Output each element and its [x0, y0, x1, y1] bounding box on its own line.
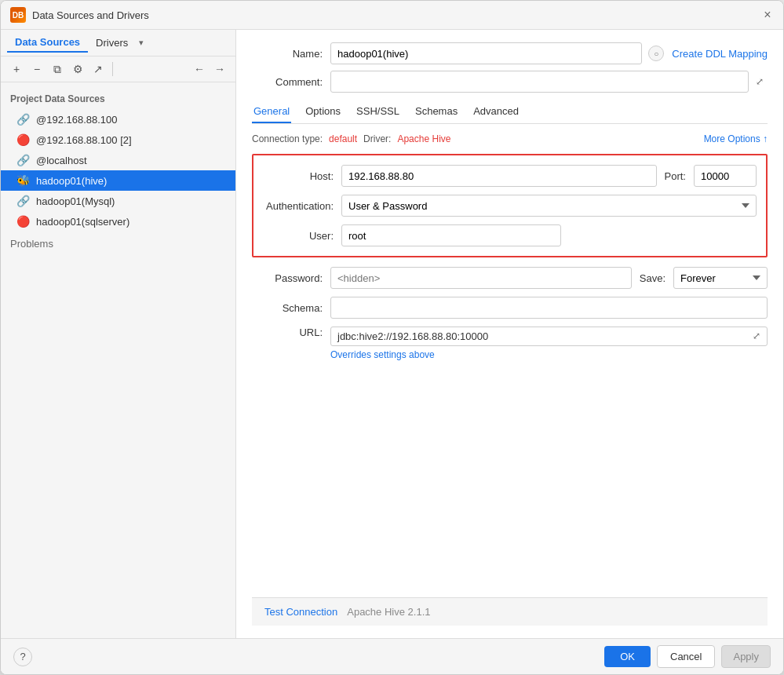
toolbar-nav: ← →: [190, 60, 229, 78]
ok-button[interactable]: OK: [604, 646, 651, 667]
name-label: Name:: [252, 48, 323, 60]
host-label: Host:: [263, 170, 334, 182]
problems-section: Problems: [1, 232, 235, 256]
right-panel: Name: ○ Create DDL Mapping Comment: ⤢ Ge…: [236, 30, 783, 638]
add-datasource-button[interactable]: +: [7, 60, 26, 78]
url-note: Overrides settings above: [330, 349, 768, 360]
app-icon: DB: [10, 7, 26, 23]
export-button[interactable]: ↗: [89, 60, 108, 78]
tab-general[interactable]: General: [252, 100, 291, 123]
dialog-title: Data Sources and Drivers: [32, 9, 761, 21]
driver-version: Apache Hive 2.1.1: [347, 606, 430, 618]
help-button[interactable]: ?: [13, 648, 32, 666]
close-button[interactable]: ×: [761, 9, 774, 21]
port-label: Port:: [665, 170, 686, 182]
test-connection-button[interactable]: Test Connection: [264, 606, 337, 618]
auth-label: Authentication:: [263, 200, 334, 212]
save-select[interactable]: Forever Until restart Never: [673, 267, 768, 289]
user-row: User:: [263, 224, 757, 246]
sidebar-content: Project Data Sources 🔗 @192.168.88.100 🔴…: [1, 82, 235, 638]
sidebar-tab-dropdown-icon[interactable]: ▾: [139, 38, 144, 48]
data-sources-dialog: DB Data Sources and Drivers × Data Sourc…: [0, 0, 784, 675]
db-icon-5: 🔗: [16, 195, 30, 207]
sidebar-item-localhost[interactable]: 🔗 @localhost: [1, 150, 235, 170]
forward-button[interactable]: →: [210, 60, 229, 78]
sidebar-item-label-4: hadoop01(hive): [36, 175, 107, 187]
url-input-wrap: jdbc:hive2://192.168.88.80:10000 ⤢: [330, 327, 768, 346]
user-input[interactable]: [341, 224, 561, 246]
comment-label: Comment:: [252, 76, 323, 88]
password-label: Password:: [252, 272, 323, 284]
remove-datasource-button[interactable]: −: [27, 60, 46, 78]
main-content: Data Sources Drivers ▾ + − ⧉ ⚙ ↗ ← → Pro…: [1, 30, 783, 638]
problems-label: Problems: [10, 238, 53, 250]
sidebar-item-hadoop-sqlserver[interactable]: 🔴 hadoop01(sqlserver): [1, 211, 235, 232]
driver-value: Apache Hive: [397, 133, 450, 144]
tab-data-sources[interactable]: Data Sources: [7, 33, 88, 53]
sidebar-toolbar: + − ⧉ ⚙ ↗ ← →: [1, 57, 235, 82]
password-row: Password: Save: Forever Until restart Ne…: [252, 267, 768, 289]
user-label: User:: [263, 230, 334, 242]
comment-input[interactable]: [330, 71, 749, 93]
back-button[interactable]: ←: [190, 60, 209, 78]
copy-datasource-button[interactable]: ⧉: [48, 60, 67, 78]
save-label: Save:: [640, 272, 665, 284]
db-icon-2: 🔴: [16, 133, 30, 146]
tab-drivers[interactable]: Drivers: [88, 34, 136, 52]
create-ddl-link[interactable]: Create DDL Mapping: [672, 48, 768, 60]
bottom-bar: Test Connection Apache Hive 2.1.1: [252, 597, 768, 626]
name-input[interactable]: [330, 42, 642, 64]
name-input-wrap: ○: [330, 42, 664, 64]
auth-row: Authentication: User & Password No auth …: [263, 195, 757, 217]
dialog-footer: ? OK Cancel Apply: [1, 638, 783, 674]
schema-input[interactable]: [330, 297, 768, 319]
name-row: Name: ○ Create DDL Mapping: [252, 42, 768, 64]
sidebar-item-label-1: @192.168.88.100: [36, 114, 118, 126]
auth-select[interactable]: User & Password No auth Username: [341, 195, 757, 217]
port-input[interactable]: [694, 165, 757, 187]
settings-button[interactable]: ⚙: [68, 60, 87, 78]
conn-type-label: Connection type:: [252, 133, 323, 144]
schema-row: Schema:: [252, 297, 768, 319]
db-icon-3: 🔗: [16, 154, 30, 166]
sidebar-item-label-2: @192.168.88.100 [2]: [36, 134, 132, 146]
db-icon-1: 🔗: [16, 113, 30, 126]
tab-advanced[interactable]: Advanced: [472, 100, 520, 123]
conn-type-value: default: [329, 133, 357, 144]
tabs-bar: General Options SSH/SSL Schemas Advanced: [252, 100, 768, 124]
db-icon-6: 🔴: [16, 215, 30, 228]
cancel-button[interactable]: Cancel: [657, 645, 715, 668]
driver-label: Driver:: [363, 133, 391, 144]
comment-row: Comment: ⤢: [252, 71, 768, 93]
toolbar-separator: [112, 62, 113, 76]
sidebar-item-192-1[interactable]: 🔗 @192.168.88.100: [1, 109, 235, 130]
connection-settings-section: Host: Port: Authentication: User & Passw…: [252, 154, 768, 257]
apply-button[interactable]: Apply: [721, 645, 771, 668]
url-label: URL:: [252, 327, 323, 338]
sidebar-item-hadoop-hive[interactable]: 🐝 hadoop01(hive): [1, 170, 235, 191]
sidebar-item-192-2[interactable]: 🔴 @192.168.88.100 [2]: [1, 130, 235, 150]
schema-label: Schema:: [252, 302, 323, 314]
url-expand-button[interactable]: ⤢: [753, 330, 760, 341]
url-row: URL: jdbc:hive2://192.168.88.80:10000 ⤢: [252, 327, 768, 346]
name-circle-button[interactable]: ○: [648, 46, 664, 61]
project-data-sources-label: Project Data Sources: [1, 89, 235, 109]
conn-info-bar: Connection type: default Driver: Apache …: [252, 133, 768, 144]
url-value: jdbc:hive2://192.168.88.80:10000: [337, 330, 749, 342]
password-input[interactable]: [330, 267, 632, 289]
sidebar: Data Sources Drivers ▾ + − ⧉ ⚙ ↗ ← → Pro…: [1, 30, 236, 638]
db-icon-4: 🐝: [16, 174, 30, 187]
comment-expand-button[interactable]: ⤢: [752, 74, 768, 89]
host-input[interactable]: [341, 165, 657, 187]
sidebar-item-label-5: hadoop01(Mysql): [36, 195, 115, 207]
title-bar: DB Data Sources and Drivers ×: [1, 1, 783, 30]
sidebar-tabs: Data Sources Drivers ▾: [1, 30, 235, 57]
more-options-link[interactable]: More Options ↑: [704, 133, 768, 144]
tab-ssh-ssl[interactable]: SSH/SSL: [355, 100, 401, 123]
tab-options[interactable]: Options: [304, 100, 342, 123]
tab-schemas[interactable]: Schemas: [414, 100, 459, 123]
host-port-row: Host: Port:: [263, 165, 757, 187]
sidebar-item-hadoop-mysql[interactable]: 🔗 hadoop01(Mysql): [1, 191, 235, 211]
sidebar-item-label-3: @localhost: [36, 155, 87, 166]
sidebar-item-label-6: hadoop01(sqlserver): [36, 216, 129, 228]
